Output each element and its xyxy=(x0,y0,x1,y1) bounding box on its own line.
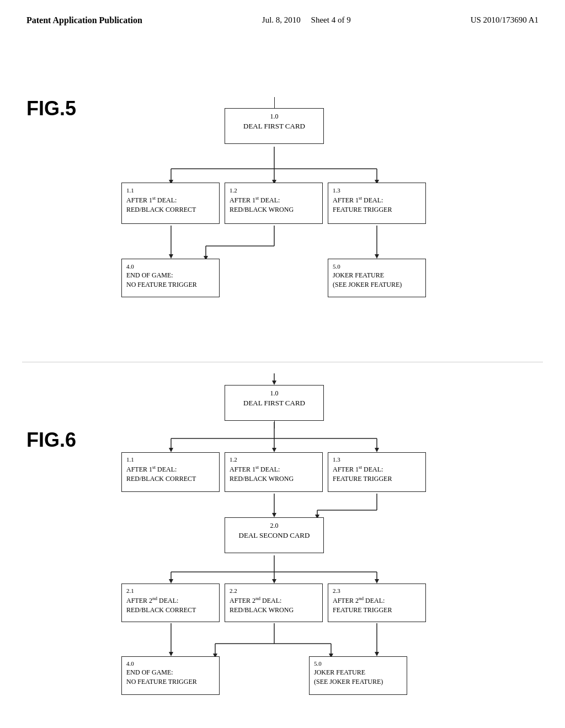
svg-marker-41 xyxy=(272,579,276,584)
fig5-label: FIG.5 xyxy=(26,97,76,120)
fig6-node-10: 1.0 DEAL FIRST CARD xyxy=(225,385,324,421)
sheet-info: Sheet 4 of 9 xyxy=(311,15,351,24)
svg-marker-26 xyxy=(272,448,276,452)
svg-marker-39 xyxy=(169,579,173,584)
fig5-node-13: 1.3 AFTER 1st DEAL:FEATURE TRIGGER xyxy=(328,183,426,224)
fig6-node-12: 1.2 AFTER 1st DEAL:RED/BLACK WRONG xyxy=(225,452,323,492)
fig6-label: FIG.6 xyxy=(26,429,76,452)
fig6-node-23: 2.3 AFTER 2nd DEAL:FEATURE TRIGGER xyxy=(328,584,426,622)
svg-marker-44 xyxy=(375,579,379,584)
fig5-top-line xyxy=(274,97,275,108)
section-divider xyxy=(22,362,543,362)
fig6-node-50: 5.0 JOKER FEATURE(SEE JOKER FEATURE) xyxy=(309,656,407,695)
figure-5: FIG.5 1.0 DEAL FIRST CARD xyxy=(0,42,565,340)
header-center: Jul. 8, 2010 Sheet 4 of 9 xyxy=(262,15,351,25)
fig6-node-11: 1.1 AFTER 1st DEAL:RED/BLACK CORRECT xyxy=(121,452,220,492)
fig6-node-13: 1.3 AFTER 1st DEAL:FEATURE TRIGGER xyxy=(328,452,426,492)
publication-date: Jul. 8, 2010 xyxy=(262,15,301,24)
fig5-node-40: 4.0 END OF GAME:NO FEATURE TRIGGER xyxy=(121,259,220,297)
fig5-node-50: 5.0 JOKER FEATURE(SEE JOKER FEATURE) xyxy=(328,259,426,297)
fig5-node-11: 1.1 AFTER 1st DEAL:RED/BLACK CORRECT xyxy=(121,183,220,224)
fig5-node-12: 1.2 AFTER 1st DEAL:RED/BLACK WRONG xyxy=(225,183,323,224)
svg-marker-31 xyxy=(272,513,276,517)
publication-label: Patent Application Publication xyxy=(26,15,142,25)
svg-marker-10 xyxy=(169,254,173,259)
patent-number: US 2010/173690 A1 xyxy=(471,15,539,25)
fig6-node-22: 2.2 AFTER 2nd DEAL:RED/BLACK WRONG xyxy=(225,584,323,622)
svg-marker-52 xyxy=(375,652,379,656)
fig5-node-10: 1.0 DEAL FIRST CARD xyxy=(225,108,324,144)
fig6-node-21: 2.1 AFTER 2nd DEAL:RED/BLACK CORRECT xyxy=(121,584,220,622)
svg-marker-16 xyxy=(375,254,379,259)
page-header: Patent Application Publication Jul. 8, 2… xyxy=(0,0,565,25)
svg-marker-24 xyxy=(169,448,173,452)
svg-marker-46 xyxy=(169,652,173,656)
fig6-node-20: 2.0 DEAL SECOND CARD xyxy=(225,517,324,553)
fig6-node-40: 4.0 END OF GAME:NO FEATURE TRIGGER xyxy=(121,656,220,695)
figure-6: FIG.6 xyxy=(0,373,565,728)
svg-marker-29 xyxy=(375,448,379,452)
svg-marker-20 xyxy=(272,381,276,385)
